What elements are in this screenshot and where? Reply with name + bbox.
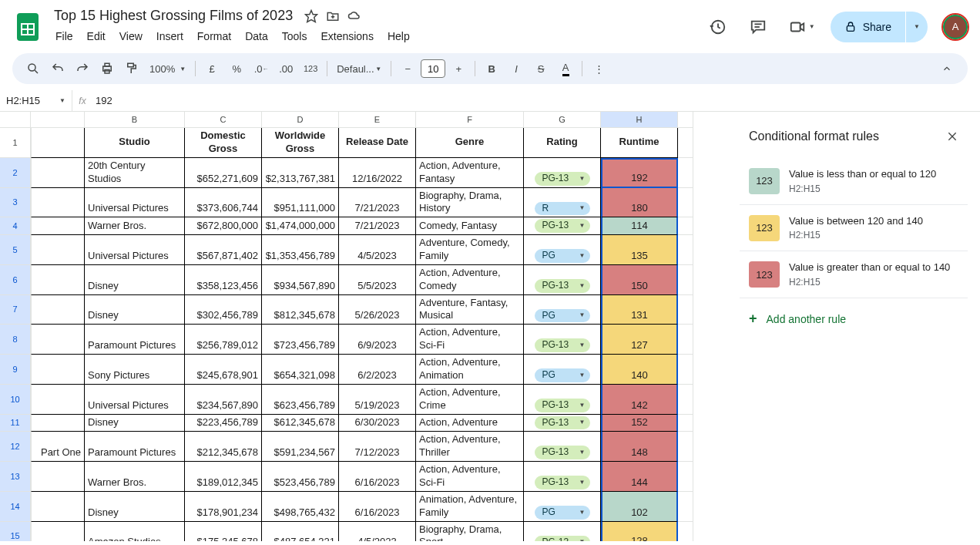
col-header-G[interactable]: G [524, 112, 601, 128]
cell-genre[interactable]: Action, Adventure, Thriller [416, 432, 524, 462]
cell[interactable] [31, 235, 85, 265]
cell-genre[interactable]: Action, Adventure, Crime [416, 385, 524, 415]
cell-date[interactable]: 7/21/2023 [339, 188, 416, 218]
header-cell-e[interactable]: Release Date [339, 128, 416, 158]
paint-format-icon[interactable] [120, 57, 143, 80]
percent-button[interactable]: % [225, 57, 248, 80]
row-header-9[interactable]: 9 [0, 355, 31, 385]
cell-date[interactable]: 4/5/2023 [339, 235, 416, 265]
cell-studio[interactable]: Amazon Studios [85, 522, 185, 541]
more-icon[interactable]: ⋮ [587, 57, 610, 80]
cell-genre[interactable]: Action, Adventure, Sci-Fi [416, 325, 524, 355]
increase-fontsize-icon[interactable]: + [447, 57, 470, 80]
cell-genre[interactable]: Action, Adventure, Sci-Fi [416, 462, 524, 492]
cell[interactable] [31, 492, 85, 522]
col-header-E[interactable]: E [339, 112, 416, 128]
search-icon[interactable] [22, 57, 45, 80]
rating-chip[interactable]: PG-13▼ [535, 416, 590, 430]
cell-genre[interactable]: Action, Adventure, Fantasy [416, 158, 524, 188]
menu-tools[interactable]: Tools [276, 27, 314, 45]
cell-runtime[interactable]: 144 [601, 462, 678, 492]
cell-studio[interactable]: Warner Bros. [85, 217, 185, 235]
cell[interactable] [678, 217, 693, 235]
header-cell-f[interactable]: Genre [416, 128, 524, 158]
cell-date[interactable]: 6/2/2023 [339, 355, 416, 385]
cell-rating[interactable]: PG▼ [524, 295, 601, 325]
menu-extensions[interactable]: Extensions [314, 27, 379, 45]
cell-worldwide[interactable]: $487,654,321 [262, 522, 339, 541]
row-header-4[interactable]: 4 [0, 217, 31, 235]
cell[interactable] [31, 355, 85, 385]
share-button[interactable]: Share [831, 12, 905, 42]
cell-runtime[interactable]: 180 [601, 188, 678, 218]
col-header-H[interactable]: H [601, 112, 678, 128]
col-header-F[interactable]: F [416, 112, 524, 128]
currency-button[interactable]: £ [200, 57, 223, 80]
cell-worldwide[interactable]: $1,353,456,789 [262, 235, 339, 265]
undo-icon[interactable] [46, 57, 69, 80]
cell-genre[interactable]: Action, Adventure, Comedy [416, 265, 524, 295]
cell-runtime[interactable]: 127 [601, 325, 678, 355]
cell[interactable] [31, 128, 85, 158]
rating-chip[interactable]: R▼ [535, 202, 590, 216]
header-cell-d[interactable]: Worldwide Gross [262, 128, 339, 158]
row-header-13[interactable]: 13 [0, 462, 31, 492]
menu-edit[interactable]: Edit [81, 27, 112, 45]
cell[interactable] [678, 385, 693, 415]
cell-runtime[interactable]: 142 [601, 385, 678, 415]
cell-genre[interactable]: Animation, Adventure, Family [416, 492, 524, 522]
cell-worldwide[interactable]: $723,456,789 [262, 325, 339, 355]
header-cell-h[interactable]: Runtime [601, 128, 678, 158]
cell-domestic[interactable]: $234,567,890 [185, 385, 262, 415]
cell-studio[interactable]: 20th Century Studios [85, 158, 185, 188]
cell[interactable] [678, 235, 693, 265]
cell-rating[interactable]: R▼ [524, 188, 601, 218]
cell-runtime[interactable]: 114 [601, 217, 678, 235]
cell[interactable] [31, 217, 85, 235]
cell-domestic[interactable]: $567,871,402 [185, 235, 262, 265]
col-header-D[interactable]: D [262, 112, 339, 128]
cell-domestic[interactable]: $373,606,744 [185, 188, 262, 218]
cell-domestic[interactable]: $189,012,345 [185, 462, 262, 492]
header-cell-g[interactable]: Rating [524, 128, 601, 158]
menu-view[interactable]: View [113, 27, 149, 45]
cell-domestic[interactable]: $672,800,000 [185, 217, 262, 235]
rating-chip[interactable]: PG-13▼ [535, 338, 590, 352]
cell-domestic[interactable]: $358,123,456 [185, 265, 262, 295]
close-icon[interactable] [943, 127, 962, 146]
print-icon[interactable] [96, 57, 119, 80]
cell-domestic[interactable]: $223,456,789 [185, 415, 262, 432]
cell-rating[interactable]: PG-13▼ [524, 217, 601, 235]
cell-studio[interactable]: Paramount Pictures [85, 432, 185, 462]
cell-genre[interactable]: Adventure, Comedy, Family [416, 235, 524, 265]
menu-help[interactable]: Help [381, 27, 416, 45]
row-header-3[interactable]: 3 [0, 188, 31, 218]
cell-date[interactable]: 5/26/2023 [339, 295, 416, 325]
cell-studio[interactable]: Disney [85, 265, 185, 295]
cell-genre[interactable]: Action, Adventure, Animation [416, 355, 524, 385]
cloud-icon[interactable] [347, 8, 362, 24]
history-icon[interactable] [703, 12, 733, 42]
cell[interactable] [678, 432, 693, 462]
cell-rating[interactable]: PG▼ [524, 235, 601, 265]
row-header-5[interactable]: 5 [0, 235, 31, 265]
cell-studio[interactable]: Sony Pictures [85, 355, 185, 385]
cell-date[interactable]: 6/30/2023 [339, 415, 416, 432]
cell-studio[interactable]: Universal Pictures [85, 188, 185, 218]
cell-date[interactable]: 6/16/2023 [339, 492, 416, 522]
cell-domestic[interactable]: $256,789,012 [185, 325, 262, 355]
cell-runtime[interactable]: 140 [601, 355, 678, 385]
star-icon[interactable] [304, 8, 319, 24]
cell[interactable] [31, 415, 85, 432]
rating-chip[interactable]: PG▼ [535, 309, 590, 323]
cell[interactable] [31, 188, 85, 218]
cell-runtime[interactable]: 192 [601, 158, 678, 188]
cell[interactable] [678, 522, 693, 541]
cell-runtime[interactable]: 148 [601, 432, 678, 462]
rating-chip[interactable]: PG-13▼ [535, 536, 590, 541]
row-header-15[interactable]: 15 [0, 522, 31, 541]
cell-rating[interactable]: PG-13▼ [524, 158, 601, 188]
cell-studio[interactable]: Warner Bros. [85, 462, 185, 492]
cell[interactable] [678, 462, 693, 492]
fontsize-input[interactable]: 10 [421, 59, 445, 78]
